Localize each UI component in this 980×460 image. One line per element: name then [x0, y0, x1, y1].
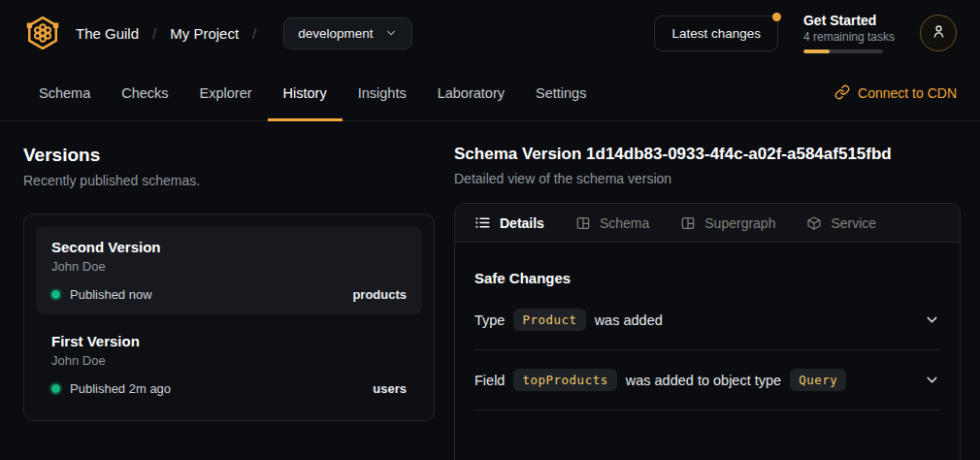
nav-tab-label: Checks: [121, 85, 168, 101]
version-service-name: users: [373, 381, 407, 396]
code-chip: Query: [790, 369, 846, 391]
detail-tabbar: Details Schema Supergraph: [455, 204, 960, 243]
header-right: Latest changes Get Started 4 remaining t…: [654, 13, 957, 53]
user-avatar[interactable]: [920, 15, 957, 51]
chevron-down-icon[interactable]: [924, 372, 940, 388]
detail-subtitle: Detailed view of the schema version: [454, 171, 961, 186]
detail-tab[interactable]: Details: [474, 214, 544, 231]
chevron-down-icon: [384, 26, 398, 40]
progress-fill: [803, 49, 830, 53]
user-icon: [930, 22, 948, 45]
nav-tab-label: Schema: [39, 85, 90, 101]
detail-tab-label: Supergraph: [704, 215, 775, 231]
cube-icon: [806, 215, 822, 231]
code-chip: topProducts: [513, 369, 616, 391]
detail-tab-label: Schema: [600, 215, 649, 231]
target-selector[interactable]: development: [283, 17, 411, 49]
detail-tab-label: Details: [500, 215, 544, 231]
get-started-progress-bar: [803, 49, 883, 53]
detail-tab[interactable]: Supergraph: [680, 215, 775, 231]
detail-tab-label: Service: [831, 215, 876, 231]
link-icon: [834, 84, 850, 103]
connect-to-cdn-label: Connect to CDN: [858, 85, 957, 101]
change-description: TypeProductwas added: [474, 309, 663, 331]
change-description: FieldtopProductswas added to object type…: [474, 369, 855, 391]
latest-changes-button[interactable]: Latest changes: [654, 16, 778, 51]
detail-tab[interactable]: Schema: [575, 215, 649, 231]
target-selector-value: development: [298, 26, 373, 41]
change-text: Field: [474, 373, 505, 388]
version-status-row: Published 2m ago users: [51, 381, 407, 396]
chevron-down-icon[interactable]: [924, 312, 940, 328]
get-started-subtitle: 4 remaining tasks: [803, 30, 895, 44]
change-row[interactable]: TypeProductwas added: [474, 290, 940, 350]
code-chip: Product: [513, 309, 585, 331]
version-service-name: products: [352, 287, 407, 302]
change-text: was added to object type: [626, 373, 781, 388]
versions-list: Second Version John Doe Published now pr…: [23, 214, 435, 421]
version-list-item[interactable]: First Version John Doe Published 2m ago …: [36, 320, 422, 409]
change-row[interactable]: FieldtopProductswas added to object type…: [474, 350, 940, 411]
changes-list: TypeProductwas added FieldtopProductswas…: [474, 290, 940, 411]
notification-dot: [772, 13, 781, 21]
connect-to-cdn-link[interactable]: Connect to CDN: [834, 66, 970, 120]
change-text: Type: [474, 312, 505, 328]
list-icon: [474, 214, 491, 231]
version-title: First Version: [51, 333, 407, 349]
nav-tab-label: History: [283, 85, 327, 101]
guild-logo-icon[interactable]: [23, 14, 62, 52]
published-status-dot: [51, 290, 60, 299]
get-started-widget[interactable]: Get Started 4 remaining tasks: [803, 13, 895, 53]
columns-icon: [575, 215, 591, 231]
nav-tab[interactable]: Checks: [106, 66, 183, 120]
header: The Guild / My Project / development Lat…: [0, 0, 980, 66]
nav-tab[interactable]: History: [268, 66, 343, 120]
version-status-label: Published 2m ago: [70, 381, 171, 396]
version-author: John Doe: [51, 353, 407, 368]
section-title: Safe Changes: [474, 270, 940, 286]
detail-panel: Schema Version 1d14db83-0933-4f4c-a02f-a…: [454, 145, 961, 460]
version-status-label: Published now: [70, 287, 152, 302]
nav-tab[interactable]: Explorer: [184, 66, 268, 120]
versions-panel: Versions Recently published schemas. Sec…: [23, 145, 435, 460]
nav-tab-label: Settings: [536, 85, 586, 101]
detail-title: Schema Version 1d14db83-0933-4f4c-a02f-a…: [454, 145, 961, 164]
version-author: John Doe: [51, 259, 407, 274]
detail-card: Details Schema Supergraph: [454, 203, 961, 460]
main-nav: Schema Checks Explorer History Insights …: [0, 66, 980, 121]
versions-title: Versions: [23, 145, 435, 166]
detail-tab[interactable]: Service: [806, 215, 876, 231]
nav-tab-label: Explorer: [200, 85, 252, 101]
columns-icon: [680, 215, 696, 231]
nav-tab-label: Insights: [358, 85, 407, 101]
version-status-row: Published now products: [51, 287, 407, 302]
get-started-title: Get Started: [803, 13, 895, 28]
app-window: The Guild / My Project / development Lat…: [0, 0, 980, 460]
nav-tab[interactable]: Schema: [23, 66, 106, 120]
published-status-dot: [51, 384, 60, 393]
nav-tab-label: Laboratory: [438, 85, 505, 101]
change-text: was added: [595, 312, 663, 328]
breadcrumb-separator: /: [252, 25, 256, 42]
nav-tab[interactable]: Insights: [343, 66, 422, 120]
version-list-item[interactable]: Second Version John Doe Published now pr…: [36, 226, 422, 314]
breadcrumb-project[interactable]: My Project: [170, 25, 239, 42]
versions-subtitle: Recently published schemas.: [23, 173, 435, 188]
nav-tab[interactable]: Settings: [520, 66, 602, 120]
detail-content: Safe Changes TypeProductwas added Fieldt…: [455, 243, 960, 411]
nav-tab[interactable]: Laboratory: [422, 66, 520, 120]
version-title: Second Version: [51, 239, 407, 255]
breadcrumb-separator: /: [152, 25, 156, 42]
breadcrumb-org[interactable]: The Guild: [76, 25, 139, 42]
main-content: Versions Recently published schemas. Sec…: [0, 121, 980, 460]
